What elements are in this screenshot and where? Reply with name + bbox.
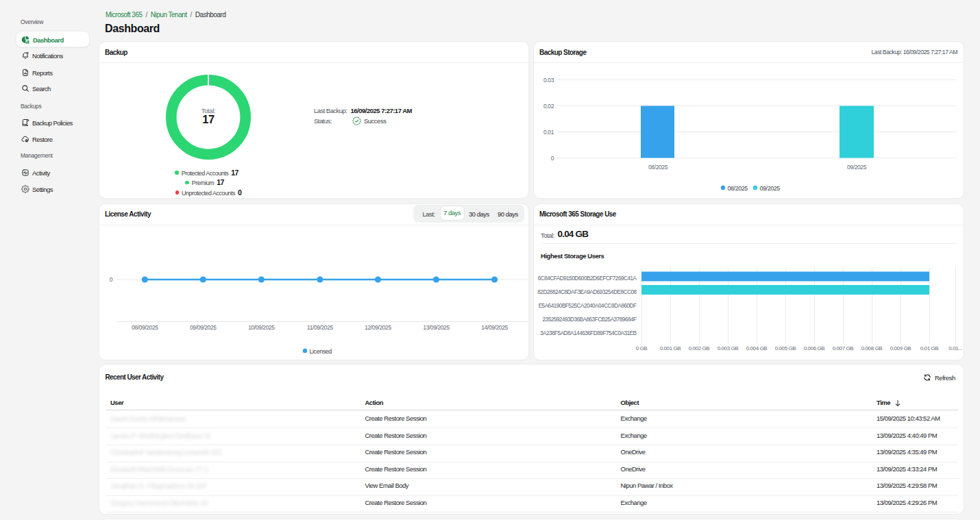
- svg-text:0: 0: [551, 155, 554, 162]
- svg-text:0 GB: 0 GB: [636, 345, 648, 351]
- svg-text:6C84CFAD9150D600B2D6EFCF7269C4: 6C84CFAD9150D600B2D6EFCF7269C41A: [538, 275, 637, 282]
- svg-text:0.01 GB: 0.01 GB: [920, 345, 939, 351]
- svg-text:09/09/2025: 09/09/2025: [190, 324, 217, 331]
- svg-text:0.008 GB: 0.008 GB: [861, 345, 883, 351]
- svg-text:12/09/2025: 12/09/2025: [365, 324, 391, 331]
- svg-text:0.006 GB: 0.006 GB: [804, 345, 825, 351]
- svg-text:08/2025: 08/2025: [648, 164, 668, 171]
- svg-text:0.03: 0.03: [543, 77, 554, 84]
- svg-text:E5A64190BF525CA2040A04CC9DA860: E5A64190BF525CA2040A04CC9DA860DF: [539, 303, 637, 309]
- svg-text:0.001 GB: 0.001 GB: [660, 345, 681, 351]
- svg-text:09/2025: 09/2025: [760, 185, 781, 192]
- svg-text:0.009 GB: 0.009 GB: [890, 345, 911, 351]
- svg-text:14/09/2025: 14/09/2025: [481, 324, 508, 331]
- svg-text:09/2025: 09/2025: [847, 164, 867, 171]
- svg-text:0: 0: [110, 276, 113, 283]
- svg-text:0.02: 0.02: [543, 103, 554, 110]
- svg-text:82D28824C8DAF3EA9AD693254DE8CC: 82D28824C8DAF3EA9AD693254DE8CC08: [537, 289, 637, 295]
- svg-text:2352592493D36BA863FCB25A378968: 2352592493D36BA863FCB25A3789684F: [543, 317, 637, 323]
- svg-text:0.007 GB: 0.007 GB: [833, 345, 854, 351]
- svg-text:11/09/2025: 11/09/2025: [307, 324, 334, 331]
- svg-text:0.01: 0.01: [543, 129, 554, 136]
- svg-text:0.004 GB: 0.004 GB: [746, 345, 768, 351]
- svg-text:Licensed: Licensed: [310, 348, 332, 355]
- svg-text:0.002 GB: 0.002 GB: [689, 345, 710, 351]
- svg-text:10/09/2025: 10/09/2025: [248, 324, 275, 331]
- svg-text:13/09/2025: 13/09/2025: [423, 324, 450, 331]
- svg-text:0.003 GB: 0.003 GB: [718, 345, 739, 351]
- svg-text:08/2025: 08/2025: [728, 185, 748, 192]
- svg-text:08/09/2025: 08/09/2025: [132, 324, 158, 331]
- svg-text:3A238F5AD8A144636FD89F754C0A31: 3A238F5AD8A144636FD89F754C0A31EB: [540, 330, 637, 336]
- svg-text:0.005 GB: 0.005 GB: [775, 345, 796, 351]
- svg-text:0.01...: 0.01...: [948, 345, 962, 351]
